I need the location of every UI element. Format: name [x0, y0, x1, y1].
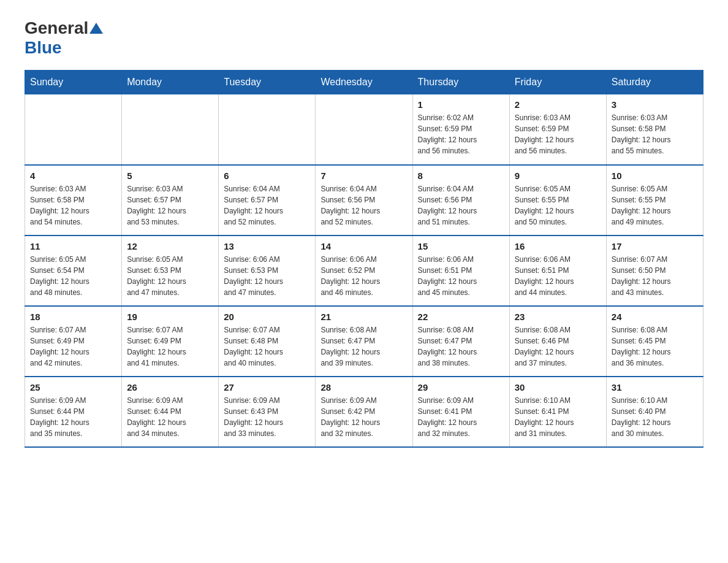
day-info: Sunrise: 6:05 AM Sunset: 6:53 PM Dayligh… — [127, 254, 213, 298]
day-info: Sunrise: 6:09 AM Sunset: 6:43 PM Dayligh… — [224, 395, 310, 439]
svg-marker-0 — [89, 23, 103, 34]
day-info: Sunrise: 6:06 AM Sunset: 6:53 PM Dayligh… — [224, 254, 310, 298]
day-number: 4 — [30, 170, 116, 181]
day-number: 21 — [320, 312, 407, 322]
calendar-cell: 3Sunrise: 6:03 AM Sunset: 6:58 PM Daylig… — [606, 94, 703, 165]
day-number: 9 — [515, 170, 601, 181]
calendar-cell: 26Sunrise: 6:09 AM Sunset: 6:44 PM Dayli… — [122, 377, 219, 447]
day-info: Sunrise: 6:03 AM Sunset: 6:57 PM Dayligh… — [127, 183, 213, 228]
calendar-day-header: Saturday — [606, 71, 703, 94]
day-number: 22 — [418, 312, 504, 322]
calendar-cell: 6Sunrise: 6:04 AM Sunset: 6:57 PM Daylig… — [219, 165, 316, 236]
day-info: Sunrise: 6:10 AM Sunset: 6:41 PM Dayligh… — [515, 395, 601, 439]
day-number: 7 — [320, 170, 407, 181]
day-number: 29 — [418, 382, 504, 393]
day-info: Sunrise: 6:05 AM Sunset: 6:54 PM Dayligh… — [30, 254, 116, 298]
day-info: Sunrise: 6:08 AM Sunset: 6:47 PM Dayligh… — [320, 324, 407, 369]
day-number: 24 — [612, 312, 698, 322]
day-number: 26 — [127, 382, 213, 393]
day-info: Sunrise: 6:06 AM Sunset: 6:51 PM Dayligh… — [418, 254, 504, 298]
calendar-day-header: Wednesday — [316, 71, 412, 94]
day-info: Sunrise: 6:08 AM Sunset: 6:45 PM Dayligh… — [612, 324, 698, 369]
calendar-cell: 27Sunrise: 6:09 AM Sunset: 6:43 PM Dayli… — [219, 377, 316, 447]
day-info: Sunrise: 6:07 AM Sunset: 6:50 PM Dayligh… — [612, 254, 698, 298]
calendar-table: SundayMondayTuesdayWednesdayThursdayFrid… — [25, 70, 703, 448]
day-number: 20 — [224, 312, 310, 322]
calendar-cell: 9Sunrise: 6:05 AM Sunset: 6:55 PM Daylig… — [509, 165, 606, 236]
day-info: Sunrise: 6:08 AM Sunset: 6:47 PM Dayligh… — [418, 324, 504, 369]
day-number: 13 — [224, 241, 310, 251]
calendar-cell: 20Sunrise: 6:07 AM Sunset: 6:48 PM Dayli… — [219, 306, 316, 377]
day-number: 10 — [612, 170, 698, 181]
calendar-cell: 13Sunrise: 6:06 AM Sunset: 6:53 PM Dayli… — [219, 236, 316, 306]
day-info: Sunrise: 6:06 AM Sunset: 6:51 PM Dayligh… — [515, 254, 601, 298]
calendar-cell: 30Sunrise: 6:10 AM Sunset: 6:41 PM Dayli… — [509, 377, 606, 447]
day-number: 5 — [127, 170, 213, 181]
logo-blue-text: Blue — [25, 38, 62, 57]
day-number: 14 — [320, 241, 407, 251]
calendar-week-row: 18Sunrise: 6:07 AM Sunset: 6:49 PM Dayli… — [25, 306, 703, 377]
day-info: Sunrise: 6:03 AM Sunset: 6:58 PM Dayligh… — [612, 112, 698, 156]
day-number: 23 — [515, 312, 601, 322]
calendar-cell: 28Sunrise: 6:09 AM Sunset: 6:42 PM Dayli… — [316, 377, 412, 447]
day-number: 12 — [127, 241, 213, 251]
calendar-cell — [122, 94, 219, 165]
day-number: 30 — [515, 382, 601, 393]
calendar-cell: 11Sunrise: 6:05 AM Sunset: 6:54 PM Dayli… — [25, 236, 122, 306]
calendar-cell: 1Sunrise: 6:02 AM Sunset: 6:59 PM Daylig… — [412, 94, 509, 165]
calendar-day-header: Tuesday — [219, 71, 316, 94]
day-info: Sunrise: 6:07 AM Sunset: 6:49 PM Dayligh… — [127, 324, 213, 369]
calendar-cell: 15Sunrise: 6:06 AM Sunset: 6:51 PM Dayli… — [412, 236, 509, 306]
day-number: 27 — [224, 382, 310, 393]
day-info: Sunrise: 6:04 AM Sunset: 6:56 PM Dayligh… — [418, 183, 504, 228]
calendar-cell: 14Sunrise: 6:06 AM Sunset: 6:52 PM Dayli… — [316, 236, 412, 306]
calendar-cell: 8Sunrise: 6:04 AM Sunset: 6:56 PM Daylig… — [412, 165, 509, 236]
calendar-cell — [316, 94, 412, 165]
day-info: Sunrise: 6:09 AM Sunset: 6:44 PM Dayligh… — [127, 395, 213, 439]
day-number: 1 — [418, 99, 504, 110]
day-info: Sunrise: 6:04 AM Sunset: 6:56 PM Dayligh… — [320, 183, 407, 228]
day-number: 25 — [30, 382, 116, 393]
calendar-cell: 31Sunrise: 6:10 AM Sunset: 6:40 PM Dayli… — [606, 377, 703, 447]
calendar-week-row: 4Sunrise: 6:03 AM Sunset: 6:58 PM Daylig… — [25, 165, 703, 236]
day-info: Sunrise: 6:04 AM Sunset: 6:57 PM Dayligh… — [224, 183, 310, 228]
calendar-cell: 24Sunrise: 6:08 AM Sunset: 6:45 PM Dayli… — [606, 306, 703, 377]
day-number: 18 — [30, 312, 116, 322]
calendar-cell: 16Sunrise: 6:06 AM Sunset: 6:51 PM Dayli… — [509, 236, 606, 306]
day-number: 8 — [418, 170, 504, 181]
calendar-week-row: 1Sunrise: 6:02 AM Sunset: 6:59 PM Daylig… — [25, 94, 703, 165]
day-info: Sunrise: 6:07 AM Sunset: 6:48 PM Dayligh… — [224, 324, 310, 369]
day-number: 16 — [515, 241, 601, 251]
day-info: Sunrise: 6:03 AM Sunset: 6:59 PM Dayligh… — [515, 112, 601, 156]
day-number: 15 — [418, 241, 504, 251]
calendar-cell: 10Sunrise: 6:05 AM Sunset: 6:55 PM Dayli… — [606, 165, 703, 236]
day-number: 2 — [515, 99, 601, 110]
day-info: Sunrise: 6:09 AM Sunset: 6:42 PM Dayligh… — [320, 395, 407, 439]
calendar-cell: 12Sunrise: 6:05 AM Sunset: 6:53 PM Dayli… — [122, 236, 219, 306]
day-number: 6 — [224, 170, 310, 181]
calendar-day-header: Sunday — [25, 71, 122, 94]
day-info: Sunrise: 6:03 AM Sunset: 6:58 PM Dayligh… — [30, 183, 116, 228]
calendar-cell — [219, 94, 316, 165]
calendar-cell: 4Sunrise: 6:03 AM Sunset: 6:58 PM Daylig… — [25, 165, 122, 236]
day-number: 31 — [612, 382, 698, 393]
calendar-week-row: 11Sunrise: 6:05 AM Sunset: 6:54 PM Dayli… — [25, 236, 703, 306]
calendar-cell: 29Sunrise: 6:09 AM Sunset: 6:41 PM Dayli… — [412, 377, 509, 447]
day-number: 3 — [612, 99, 698, 110]
calendar-cell: 19Sunrise: 6:07 AM Sunset: 6:49 PM Dayli… — [122, 306, 219, 377]
calendar-cell: 7Sunrise: 6:04 AM Sunset: 6:56 PM Daylig… — [316, 165, 412, 236]
calendar-cell: 17Sunrise: 6:07 AM Sunset: 6:50 PM Dayli… — [606, 236, 703, 306]
calendar-cell — [25, 94, 122, 165]
day-info: Sunrise: 6:10 AM Sunset: 6:40 PM Dayligh… — [612, 395, 698, 439]
calendar-cell: 22Sunrise: 6:08 AM Sunset: 6:47 PM Dayli… — [412, 306, 509, 377]
page-header: General Blue — [25, 18, 703, 58]
calendar-cell: 23Sunrise: 6:08 AM Sunset: 6:46 PM Dayli… — [509, 306, 606, 377]
calendar-cell: 21Sunrise: 6:08 AM Sunset: 6:47 PM Dayli… — [316, 306, 412, 377]
logo-triangle-icon — [89, 23, 103, 34]
calendar-week-row: 25Sunrise: 6:09 AM Sunset: 6:44 PM Dayli… — [25, 377, 703, 447]
day-info: Sunrise: 6:05 AM Sunset: 6:55 PM Dayligh… — [612, 183, 698, 228]
day-info: Sunrise: 6:08 AM Sunset: 6:46 PM Dayligh… — [515, 324, 601, 369]
day-number: 19 — [127, 312, 213, 322]
calendar-cell: 25Sunrise: 6:09 AM Sunset: 6:44 PM Dayli… — [25, 377, 122, 447]
calendar-day-header: Thursday — [412, 71, 509, 94]
